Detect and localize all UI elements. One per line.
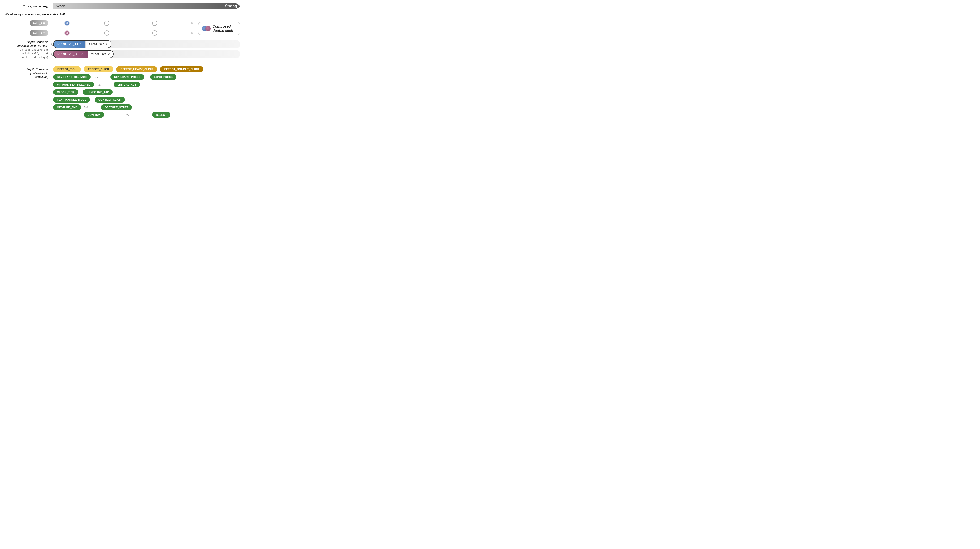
haptic-grid: EFFECT_TICK EFFECT_CLICK EFFECT_HEAVY_CL…	[53, 66, 240, 118]
primitive-section: Haptic Constants (amplitude varies by sc…	[5, 40, 240, 59]
primitive-tick-row: PRIMITIVE_TICK float scale	[53, 40, 240, 48]
reject-pill: REJECT	[152, 112, 170, 118]
section-divider	[5, 63, 240, 63]
hal-h0-start-dot: S	[64, 21, 70, 26]
hal-h1-mid-circle	[104, 30, 109, 36]
effects-row: EFFECT_TICK EFFECT_CLICK EFFECT_HEAVY_CL…	[53, 66, 240, 72]
energy-bar-container: Weak Strong	[53, 2, 240, 10]
hal-h0-mid-circle	[104, 21, 109, 26]
waveform-label: Waveform by continuous amplitude scale i…	[5, 13, 66, 16]
text-handle-move-pill: TEXT_HANDLE_MOVE	[53, 97, 90, 102]
composed-label: Composed double click	[213, 24, 233, 33]
effect-heavy-click-pill: EFFECT_HEAVY_CLICK	[116, 66, 157, 72]
dotted-line-2	[104, 84, 111, 85]
energy-bar: Weak Strong	[53, 3, 240, 10]
primitive-click-track: PRIMITIVE_CLICK float scale	[53, 50, 240, 58]
pair-label-3: Pair	[84, 106, 89, 109]
hal-h1-row: HAL_H1 S	[5, 29, 192, 37]
hal-h1-label: HAL_H1	[30, 30, 48, 36]
haptic-bottom-label: Haptic Constants (static discrete amplit…	[5, 66, 48, 79]
text-handle-row: TEXT_HANDLE_MOVE CONTEXT_CLICK	[53, 97, 240, 102]
pair-label-1: Pair	[94, 76, 98, 78]
confirm-reject-row: CONFIRM Pair REJECT	[53, 112, 240, 118]
pair-label-4: Pair	[126, 114, 130, 116]
primitive-tracks: PRIMITIVE_TICK float scale PRIMITIVE_CLI…	[53, 40, 240, 58]
composed-dot-pink	[205, 26, 211, 31]
pair-label-2: Pair	[97, 83, 102, 86]
virtual-key-row: VIRTUAL_KEY_RELEASE Pair VIRTUAL_KEY	[53, 82, 240, 88]
confirm-pill: CONFIRM	[84, 112, 104, 118]
primitive-click-name: PRIMITIVE_CLICK	[54, 51, 88, 58]
gesture-end-pill: GESTURE_END	[53, 104, 81, 110]
energy-weak-label: Weak	[56, 4, 65, 8]
hal-h1-track: S	[50, 29, 192, 37]
keyboard-tap-pill: KEYBOARD_TAP	[83, 89, 113, 95]
haptic-bottom-section: Haptic Constants (static discrete amplit…	[5, 66, 240, 118]
keyboard-release-pill: KEYBOARD_RELEASE	[53, 74, 91, 80]
hal-h0-row: HAL_H0 S	[5, 19, 192, 27]
primitive-tick-pill: PRIMITIVE_TICK float scale	[53, 40, 111, 48]
effect-click-pill: EFFECT_CLICK	[84, 66, 113, 72]
composed-double-click-badge: Composed double click	[198, 22, 240, 35]
long-press-pill: LONG_PRESS	[150, 74, 177, 80]
virtual-key-release-pill: VIRTUAL_KEY_RELEASE	[53, 82, 94, 88]
context-click-pill: CONTEXT_CLICK	[95, 97, 125, 102]
primitive-tick-track: PRIMITIVE_TICK float scale	[53, 40, 240, 48]
keyboard-row: KEYBOARD_RELEASE Pair KEYBOARD_PRESS LON…	[53, 74, 240, 80]
keyboard-press-pill: KEYBOARD_PRESS	[110, 74, 144, 80]
hal-h0-track: S	[50, 19, 192, 27]
primitive-click-scale: float scale	[88, 51, 113, 58]
primitive-tick-name: PRIMITIVE_TICK	[54, 41, 86, 48]
hal-h1-end-circle	[152, 30, 157, 36]
primitive-label: Haptic Constants (amplitude varies by sc…	[5, 40, 48, 59]
clock-tick-pill: CLOCK_TICK	[53, 89, 78, 95]
virtual-key-pill: VIRTUAL_KEY	[114, 82, 140, 88]
effect-double-click-pill: EFFECT_DOUBLE_CLICK	[160, 66, 203, 72]
primitive-click-row: PRIMITIVE_CLICK float scale	[53, 50, 240, 58]
energy-label: Conceptual energy	[5, 5, 48, 8]
primitive-tick-scale: float scale	[86, 41, 111, 48]
composed-dots	[202, 26, 211, 31]
gesture-row: GESTURE_END Pair GESTURE_START	[53, 104, 240, 110]
effect-tick-pill: EFFECT_TICK	[53, 66, 81, 72]
hal-h1-start-dot: S	[64, 30, 70, 36]
dotted-line-3	[91, 107, 99, 108]
primitive-click-pill: PRIMITIVE_CLICK float scale	[53, 50, 114, 58]
gesture-start-pill: GESTURE_START	[101, 104, 132, 110]
hal-h0-end-circle	[152, 21, 157, 26]
hal-h0-label: HAL_H0	[30, 20, 48, 26]
clock-tick-row: CLOCK_TICK KEYBOARD_TAP	[53, 89, 240, 95]
dotted-line-1	[101, 77, 108, 77]
energy-strong-label: Strong	[225, 4, 237, 8]
